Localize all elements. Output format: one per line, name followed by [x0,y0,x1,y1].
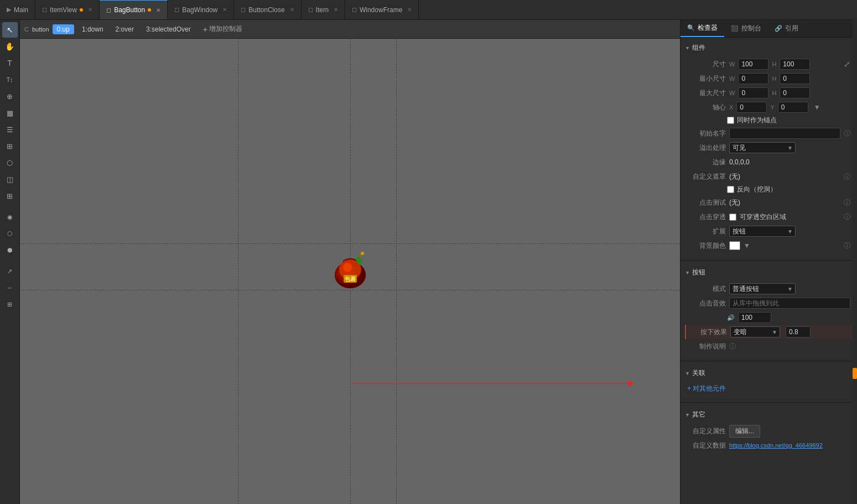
tool-anchor[interactable]: ⊕ [2,89,18,104]
btn-edit-customprops[interactable]: 编辑... [729,425,760,438]
tab-windowframe[interactable]: ◻ WindowFrame ✕ [345,0,419,19]
tab-item[interactable]: ◻ Item ✕ [302,0,345,19]
section-other: ▼ 其它 自定义属性 编辑... 自定义数据 https://blog.csdn… [681,404,857,458]
info-icon-makenote[interactable]: ⓘ [729,342,736,351]
select-overflow[interactable]: 可见 隐藏 滚动 [729,142,796,153]
tool-unknown7[interactable]: ↔ [2,280,18,295]
input-minsize-w[interactable] [738,73,768,84]
panel-tab-reference[interactable]: 🔗 引用 [768,20,805,37]
input-maxsize-w[interactable] [738,87,768,98]
tab-bagbutton[interactable]: ◻ BagButton ✕ [100,0,168,19]
volume-icon: 🔊 [727,314,735,321]
tab-close-item[interactable]: ✕ [334,7,338,13]
input-presseffect-value[interactable] [786,326,811,337]
section-header-other[interactable]: ▼ 其它 [685,408,853,422]
add-relation-btn[interactable]: + 对其他元件 [687,384,726,393]
tab-close-windowframe[interactable]: ✕ [407,7,412,13]
guide-v1 [238,39,238,504]
section-body-other: 自定义属性 编辑... 自定义数据 https://blog.csdn.net/… [685,422,853,455]
color-dropdown-icon[interactable]: ▼ [744,242,750,250]
canvas-wrapper[interactable]: 包裹 [20,39,680,504]
divider-1 [681,260,857,261]
tab-bagwindow[interactable]: ◻ BagWindow ✕ [168,0,234,19]
section-title-other: 其它 [692,410,705,419]
tab-close-itemview[interactable]: ✕ [88,7,92,13]
info-icon-clicktest[interactable]: ⓘ [844,198,850,207]
tool-unknown2[interactable]: ◫ [2,172,18,187]
tool-hand[interactable]: ✋ [2,39,18,54]
coord-py-label: Y [770,104,774,111]
info-icon-custommask[interactable]: ⓘ [844,172,850,181]
canvas-item[interactable]: 包裹 [328,246,372,290]
input-maxsize-h[interactable] [780,87,810,98]
tool-unknown4[interactable]: ⬡ [2,226,18,241]
tool-unknown8[interactable]: ⊞ [2,297,18,312]
scrollbar[interactable] [853,20,857,504]
info-icon-clickthrough[interactable]: ⓘ [844,212,850,222]
tab-close-bagbutton[interactable]: ✕ [156,7,160,13]
info-icon-initname[interactable]: ⓘ [844,129,850,138]
panel-tab-inspector-label: 检查器 [698,23,718,33]
select-wrapper-overflow: 可见 隐藏 滚动 ▼ [729,142,796,153]
arrow-head [629,380,634,387]
label-custommask: 自定义遮罩 [687,172,726,181]
value-customdata[interactable]: https://blog.csdn.net/qq_46649692 [729,442,823,449]
tab-label-item: Item [316,6,329,14]
section-button: ▼ 按钮 模式 普通按钮 单选 复选 ▼ [681,262,857,359]
input-size-h[interactable] [780,59,810,70]
panel-tab-console[interactable]: ⬛ 控制台 [724,20,768,37]
input-volume[interactable] [738,312,771,323]
state-down[interactable]: 1:down [77,24,108,34]
dropdown-icon-pivot[interactable]: ▼ [814,103,820,111]
checkbox-anchor[interactable] [727,117,734,124]
panel-tab-inspector[interactable]: 🔍 检查器 [681,20,724,37]
color-swatch-bg[interactable] [729,241,740,250]
input-size-w[interactable] [738,59,768,70]
tool-list[interactable]: ☰ [2,122,18,137]
section-header-relation[interactable]: ▼ 关联 [685,366,853,380]
select-mode[interactable]: 普通按钮 单选 复选 [729,283,796,294]
select-extend[interactable]: 按钮 无 [729,226,796,237]
scroll-thumb[interactable] [853,368,857,379]
prop-row-initname: 初始名字 ⓘ [685,126,853,141]
input-initname[interactable] [729,128,840,139]
tool-unknown6[interactable]: ↗ [2,263,18,279]
select-presseffect[interactable]: 变暗 变亮 缩放 无 [730,326,780,337]
tool-unknown5[interactable]: ⬢ [2,242,18,258]
tool-box3d[interactable]: ⬡ [2,155,18,170]
input-minsize-h[interactable] [780,73,810,84]
input-clicksound[interactable] [729,298,850,309]
tab-close-buttonclose[interactable]: ✕ [290,7,294,13]
tool-unknown1[interactable]: ▦ [2,105,18,121]
expand-icon-size[interactable]: ⤢ [844,60,850,69]
tool-text[interactable]: T [2,55,18,71]
tool-grid[interactable]: ⊞ [2,138,18,154]
tab-itemview[interactable]: ◻ ItemView ✕ [35,0,100,19]
component-name-label: button [32,26,49,33]
tool-text2[interactable]: T↕ [2,72,18,87]
tool-select[interactable]: ↖ [2,22,18,38]
add-controller-btn[interactable]: + 增加控制器 [199,23,247,35]
component-type-label: C [24,26,29,33]
input-pivot-x[interactable] [736,102,767,113]
prop-row-extend: 扩展 按钮 无 ▼ [685,224,853,238]
label-customdata: 自定义数据 [687,441,726,450]
checkbox-reverse[interactable] [727,186,734,193]
section-header-component[interactable]: ▼ 组件 [685,41,853,55]
tool-align[interactable]: ⊞ [2,188,18,204]
state-selectedover[interactable]: 3:selectedOver [142,24,195,34]
state-over[interactable]: 2:over [111,24,138,34]
triangle-component: ▼ [685,45,690,51]
tab-label-bagwindow: BagWindow [182,6,217,14]
section-component: ▼ 组件 尺寸 W H ⤢ 最小尺寸 W H [681,38,857,258]
tab-buttonclose[interactable]: ◻ ButtonClose ✕ [234,0,301,19]
checkbox-clickthrough[interactable] [729,214,736,221]
state-up[interactable]: 0:up [53,24,74,34]
label-overflow: 溢出处理 [687,143,726,153]
tab-main[interactable]: ▶ Main [0,0,35,19]
input-pivot-y[interactable] [778,102,808,113]
info-icon-bgcolor[interactable]: ⓘ [844,241,850,251]
section-header-button[interactable]: ▼ 按钮 [685,266,853,279]
tool-unknown3[interactable]: ◉ [2,209,18,225]
tab-close-bagwindow[interactable]: ✕ [222,7,227,13]
